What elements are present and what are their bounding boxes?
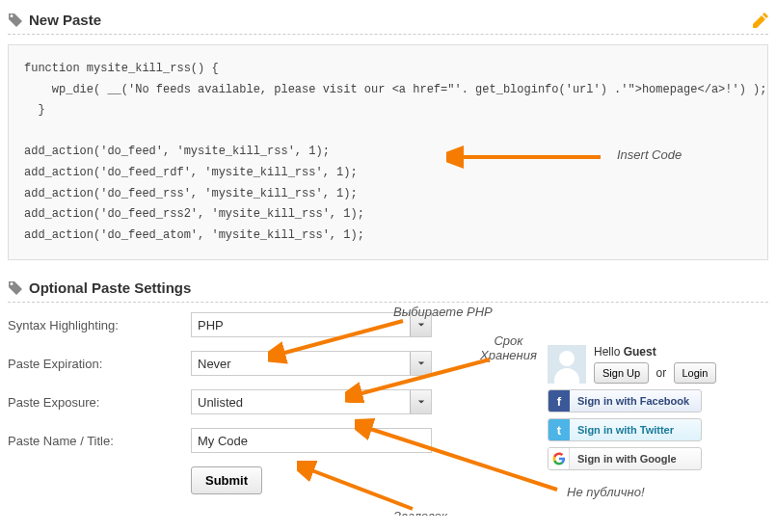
twitter-icon: t: [549, 419, 570, 440]
tag-icon: [8, 13, 23, 28]
signup-button[interactable]: Sign Up: [594, 362, 649, 384]
account-sidebar: Hello Guest Sign Up or Login f Sign in w…: [548, 345, 721, 476]
paste-code-area[interactable]: function mysite_kill_rss() { wp_die( __(…: [8, 44, 768, 260]
paste-name-input[interactable]: [191, 428, 432, 453]
facebook-signin-button[interactable]: f Sign in with Facebook: [548, 389, 702, 412]
facebook-icon: f: [549, 390, 570, 412]
annotation-title: Загловок: [393, 509, 447, 516]
new-paste-header: New Paste: [8, 8, 768, 35]
hello-text: Hello: [594, 345, 624, 359]
guest-name: Guest: [624, 345, 656, 359]
exposure-select[interactable]: [191, 389, 432, 414]
exposure-label: Paste Exposure:: [8, 395, 191, 410]
syntax-select[interactable]: [191, 312, 432, 337]
google-icon: [549, 448, 570, 469]
pencil-icon[interactable]: [753, 13, 768, 28]
submit-button[interactable]: Submit: [191, 466, 262, 494]
google-signin-button[interactable]: Sign in with Google: [548, 447, 702, 470]
settings-header: Optional Paste Settings: [8, 276, 768, 303]
syntax-label: Syntax Highlighting:: [8, 318, 191, 332]
settings-title: Optional Paste Settings: [29, 279, 768, 296]
expiration-label: Paste Expiration:: [8, 357, 191, 371]
tag-icon: [8, 280, 23, 296]
or-text: or: [656, 366, 666, 380]
login-button[interactable]: Login: [674, 362, 717, 384]
name-label: Paste Name / Title:: [8, 434, 191, 448]
twitter-signin-button[interactable]: t Sign in with Twitter: [548, 418, 702, 441]
new-paste-title: New Paste: [29, 12, 747, 28]
avatar: [548, 345, 586, 384]
expiration-select[interactable]: [191, 351, 432, 376]
